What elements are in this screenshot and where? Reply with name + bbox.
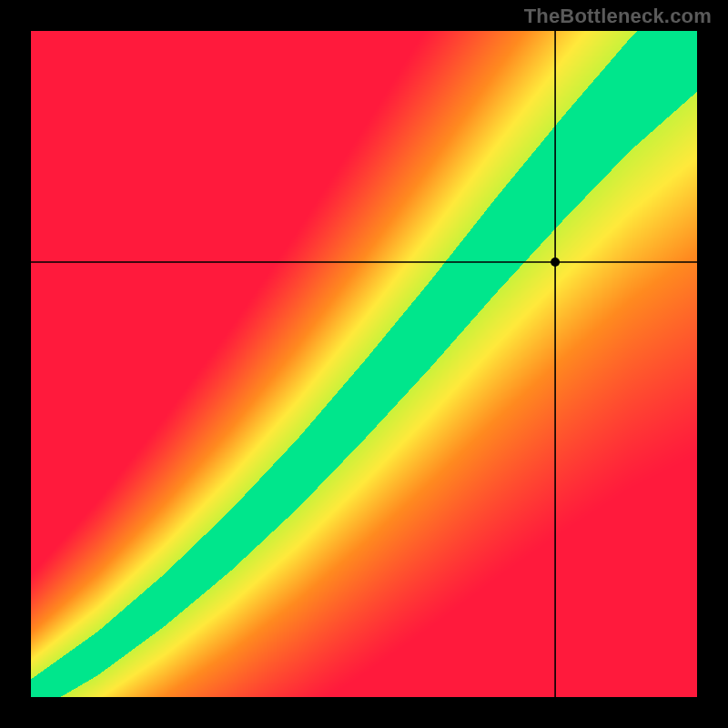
chart-container: TheBottleneck.com <box>0 0 728 728</box>
watermark-text: TheBottleneck.com <box>524 5 712 28</box>
heatmap-canvas <box>0 0 728 728</box>
